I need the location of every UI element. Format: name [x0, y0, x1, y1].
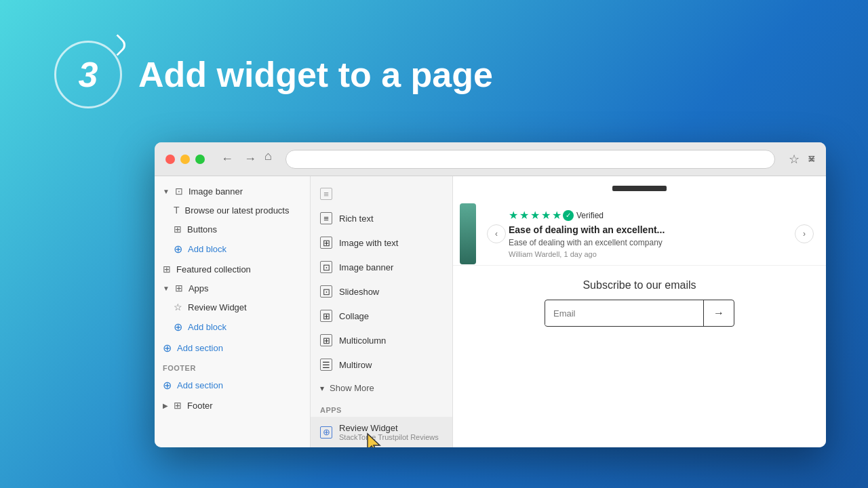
multirow-icon: ☰ — [320, 359, 332, 371]
apps-icon: ⊞ — [175, 283, 183, 293]
sidebar-item-review-widget[interactable]: ☆ Review Widget — [155, 298, 310, 317]
star-2: ★ — [519, 209, 529, 222]
browser-window: ← → ⌂ ☆ ≡ × ▼ ⊡ Image banner T Browse ou… — [155, 142, 826, 447]
image-banner-label: Image banner — [189, 186, 243, 197]
panel-item-multicolumn[interactable]: ⊞ Multicolumn — [311, 328, 452, 352]
window-close-button[interactable]: × — [808, 152, 815, 166]
fullscreen-traffic-light[interactable] — [195, 155, 205, 164]
review-widget-panel-icon: ⊕ — [320, 426, 332, 439]
review-title: Ease of dealing with an excellent... — [509, 224, 792, 235]
close-traffic-light[interactable] — [165, 155, 175, 164]
sidebar-item-buttons[interactable]: ⊞ Buttons — [155, 220, 310, 239]
panel-item-image-banner[interactable]: ⊡ Image banner — [311, 255, 452, 279]
image-banner-icon: ⊡ — [175, 186, 183, 197]
home-button[interactable]: ⌂ — [264, 149, 272, 169]
review-stars: ★ ★ ★ ★ ★ ✓ Verified — [509, 209, 792, 222]
rich-text-icon: ≡ — [320, 212, 332, 224]
panel-item-rich-text[interactable]: ≡ Rich text — [311, 206, 452, 230]
main-panel: ‹ ★ ★ ★ ★ ★ ✓ Verified — [453, 176, 826, 447]
slideshow-label: Slideshow — [339, 287, 379, 297]
sidebar-item-image-banner[interactable]: ▼ ⊡ Image banner — [155, 182, 310, 201]
partial-icon: ≡ — [320, 188, 332, 200]
collage-label: Collage — [339, 311, 369, 321]
add-section-label-2: Add section — [177, 380, 223, 390]
email-form: → — [545, 300, 734, 327]
multicolumn-icon: ⊞ — [320, 334, 332, 346]
featured-collection-label: Featured collection — [176, 264, 251, 274]
panel-item-image-with-text[interactable]: ⊞ Image with text — [311, 230, 452, 255]
panel-item-partial[interactable]: ≡ — [311, 182, 452, 206]
sidebar-item-apps[interactable]: ▼ ⊞ Apps — [155, 279, 310, 298]
footer-label: Footer — [187, 401, 213, 411]
collapse-arrow-icon: ▼ — [163, 188, 170, 195]
footer-collapse-arrow-icon: ▶ — [163, 402, 168, 409]
subscribe-section: Subscribe to our emails → — [453, 265, 826, 340]
review-text: Ease of dealing with an excellent compan… — [509, 238, 792, 247]
image-with-text-label: Image with text — [339, 238, 398, 248]
main-content-row: ‹ ★ ★ ★ ★ ★ ✓ Verified — [453, 202, 826, 265]
dark-bar — [612, 186, 667, 191]
sidebar-item-add-block-1[interactable]: ⊕ Add block — [155, 239, 310, 260]
footer-icon: ⊞ — [174, 400, 182, 411]
panel-item-collage[interactable]: ⊞ Collage — [311, 304, 452, 328]
add-block-icon-2: ⊕ — [174, 321, 182, 333]
apps-label: Apps — [189, 283, 209, 293]
sidebar-item-featured-collection[interactable]: ⊞ Featured collection — [155, 260, 310, 279]
add-block-label-1: Add block — [188, 244, 226, 254]
back-button[interactable]: ← — [218, 149, 236, 169]
sidebar-item-add-section-2[interactable]: ⊕ Add section — [155, 375, 310, 396]
verified-check-icon: ✓ — [563, 210, 574, 221]
carousel-prev-button[interactable]: ‹ — [487, 224, 506, 243]
browser-chrome: ← → ⌂ ☆ ≡ × — [155, 142, 826, 176]
add-block-icon-1: ⊕ — [174, 243, 182, 256]
star-1: ★ — [509, 209, 518, 222]
minimize-traffic-light[interactable] — [180, 155, 190, 164]
image-banner-panel-icon: ⊡ — [320, 261, 332, 273]
sidebar-item-browse-products[interactable]: T Browse our latest products — [155, 201, 310, 220]
sidebar-item-add-block-2[interactable]: ⊕ Add block — [155, 317, 310, 338]
slideshow-icon: ⊡ — [320, 285, 332, 298]
email-submit-button[interactable]: → — [703, 300, 734, 326]
apps-collapse-arrow-icon: ▼ — [163, 285, 170, 292]
buttons-label: Buttons — [187, 224, 217, 235]
verified-badge: ✓ Verified — [563, 210, 604, 221]
nav-buttons: ← → ⌂ — [218, 149, 272, 169]
text-icon: T — [174, 205, 180, 216]
review-widget-info: Review Widget StackTome Trustpilot Revie… — [339, 423, 439, 441]
review-card: ★ ★ ★ ★ ★ ✓ Verified Ease of dealing wit… — [509, 209, 792, 258]
sidebar-item-add-section-1[interactable]: ⊕ Add section — [155, 338, 310, 359]
carousel-next-button[interactable]: › — [795, 224, 814, 243]
show-more-item[interactable]: ▾ Show More — [311, 377, 452, 399]
step-circle: 3 — [54, 41, 122, 108]
panel-item-multirow[interactable]: ☰ Multirow — [311, 352, 452, 377]
page-title: Add widget to a page — [138, 54, 493, 95]
add-block-label-2: Add block — [188, 322, 226, 332]
star-icon[interactable]: ☆ — [789, 152, 800, 167]
cursor-svg — [365, 432, 384, 447]
collage-icon: ⊞ — [320, 310, 332, 322]
review-widget-label: Review Widget — [188, 302, 247, 312]
address-bar[interactable] — [285, 150, 776, 169]
step-number: 3 — [79, 54, 98, 95]
browse-products-label: Browse our latest products — [185, 205, 290, 216]
dark-bar-area — [453, 176, 826, 191]
review-widget-icon: ☆ — [174, 302, 182, 312]
verified-label: Verified — [576, 211, 604, 220]
add-section-icon-1: ⊕ — [163, 342, 172, 354]
forward-button[interactable]: → — [241, 149, 259, 169]
show-more-label: Show More — [330, 383, 374, 393]
multicolumn-label: Multicolumn — [339, 336, 386, 346]
sidebar-item-footer[interactable]: ▶ ⊞ Footer — [155, 396, 310, 415]
sidebar: ▼ ⊡ Image banner T Browse our latest pro… — [155, 176, 311, 447]
image-banner-panel-label: Image banner — [339, 262, 393, 272]
apps-section-label: APPS — [311, 399, 452, 417]
left-image-placeholder — [460, 203, 476, 264]
star-3: ★ — [530, 209, 540, 222]
email-input[interactable] — [545, 302, 703, 325]
subscribe-title: Subscribe to our emails — [467, 279, 812, 291]
panel-item-slideshow[interactable]: ⊡ Slideshow — [311, 279, 452, 304]
show-more-arrow-icon: ▾ — [320, 384, 324, 393]
review-widget-name: Review Widget — [339, 423, 439, 433]
browser-content: ▼ ⊡ Image banner T Browse our latest pro… — [155, 176, 826, 447]
footer-section-label: FOOTER — [155, 359, 310, 375]
